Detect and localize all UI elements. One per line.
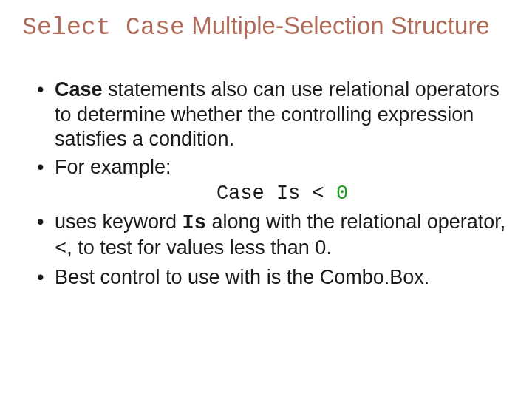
bullet-2-text: For example: — [55, 156, 171, 178]
code-example-prefix: Case Is < — [216, 183, 336, 205]
bullet-1-keyword: Case — [55, 78, 103, 100]
bullet-3: uses keyword Is along with the relationa… — [37, 210, 510, 263]
code-example: Case Is < 0 — [55, 182, 510, 207]
bullet-3-text-b: along with the relational operator, — [206, 211, 505, 233]
bullet-4: Best control to use with is the Combo.Bo… — [37, 265, 510, 290]
slide-title: Select Case Multiple-Selection Structure — [22, 12, 510, 42]
code-example-zero: 0 — [336, 183, 348, 205]
slide: Select Case Multiple-Selection Structure… — [0, 0, 532, 399]
bullet-1-text: statements also can use relational opera… — [55, 78, 499, 151]
bullet-3-text-a: uses keyword — [55, 211, 183, 233]
title-rest: Multiple-Selection Structure — [185, 12, 490, 39]
bullet-1: Case statements also can use relational … — [37, 78, 510, 152]
bullet-4-text: Best control to use with is the Combo.Bo… — [55, 266, 429, 288]
bullet-2: For example: Case Is < 0 — [37, 155, 510, 207]
bullet-list: Case statements also can use relational … — [22, 78, 510, 290]
title-code: Select Case — [22, 14, 185, 41]
bullet-3-text-c: , to test for values less than 0. — [66, 236, 332, 259]
bullet-3-operator: < — [55, 238, 66, 260]
bullet-3-keyword: Is — [183, 212, 206, 234]
